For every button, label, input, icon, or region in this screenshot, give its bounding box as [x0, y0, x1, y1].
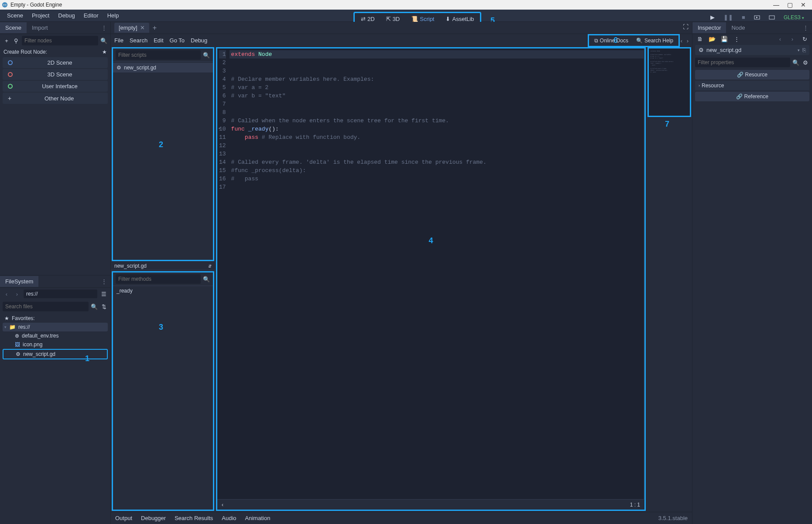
pause-button[interactable]: ❚❚: [723, 14, 733, 21]
fs-view-icon[interactable]: ☰: [100, 291, 108, 297]
script-icon: 📜: [411, 16, 418, 22]
method-item-ready[interactable]: _ready: [113, 286, 213, 296]
history-back-icon[interactable]: ‹: [776, 36, 784, 42]
btab-output[interactable]: Output: [115, 515, 132, 521]
fs-file-script[interactable]: ⚙new_script.gd: [3, 349, 108, 359]
renderer-dropdown[interactable]: GLES3 ▾: [784, 14, 804, 21]
chain-icon: 🔗: [737, 72, 743, 78]
annotation-3: 3: [159, 323, 163, 332]
create-3d-scene-button[interactable]: 3D Scene: [3, 69, 108, 80]
search-icon[interactable]: 🔍: [202, 276, 210, 283]
annotation-7: 7: [665, 120, 710, 129]
btab-search[interactable]: Search Results: [175, 515, 213, 521]
window-close-icon[interactable]: ✕: [801, 1, 806, 8]
btab-debugger[interactable]: Debugger: [141, 515, 166, 521]
filter-methods-input[interactable]: [116, 274, 201, 284]
expand-icon[interactable]: ⛶: [683, 24, 689, 30]
fs-forward-icon[interactable]: ›: [13, 291, 21, 297]
add-node-icon[interactable]: +: [3, 38, 10, 44]
create-other-node-button[interactable]: +Other Node: [3, 93, 108, 104]
script-menu-file[interactable]: File: [114, 36, 123, 45]
window-maximize-icon[interactable]: ▢: [787, 1, 793, 8]
fs-file-icon[interactable]: 🖼icon.png: [3, 340, 108, 349]
sort-icon[interactable]: ⇵: [208, 264, 212, 269]
scene-panel-tabs: Scene Import ⋮: [0, 22, 110, 34]
script-editor-menubar: File Search Edit Go To Debug 6 ⧉Online D…: [111, 34, 692, 46]
menu-project[interactable]: Project: [28, 10, 53, 21]
play-button[interactable]: ▶: [710, 14, 715, 21]
window-minimize-icon[interactable]: —: [773, 1, 779, 8]
search-icon[interactable]: 🔍: [100, 38, 108, 44]
filesystem-panel-menu-icon[interactable]: ⋮: [98, 278, 110, 285]
filter-options-icon[interactable]: ⚙: [802, 59, 809, 66]
filter-nodes-input[interactable]: [22, 36, 98, 45]
inspector-extra-icon[interactable]: ⋮: [733, 36, 740, 42]
filesystem-panel-tabs: FileSystem ⋮: [0, 276, 110, 288]
fs-favorites[interactable]: ★Favorites:: [3, 314, 108, 323]
code-minimap[interactable]: extends Node# Declare member variables# …: [648, 47, 691, 117]
search-icon[interactable]: 🔍: [202, 52, 210, 59]
create-ui-button[interactable]: User Interface: [3, 81, 108, 92]
tab-filesystem[interactable]: FileSystem: [0, 276, 38, 287]
filter-scripts-input[interactable]: [116, 50, 201, 60]
add-tab-icon[interactable]: +: [153, 24, 157, 32]
code-editor[interactable]: 1234567891011121314151617 extends Node# …: [216, 47, 646, 511]
fs-back-icon[interactable]: ‹: [3, 291, 10, 297]
annotation-2: 2: [159, 140, 163, 149]
fs-search-input[interactable]: [3, 302, 89, 311]
stop-button[interactable]: ■: [742, 14, 745, 21]
close-icon[interactable]: ✕: [140, 24, 145, 31]
menu-debug[interactable]: Debug: [55, 10, 78, 21]
online-docs-button[interactable]: ⧉Online Docs: [591, 36, 632, 45]
inspector-panel-tabs: Inspector Node ⋮: [692, 22, 812, 34]
fs-root-dir[interactable]: ▾📁res://: [3, 323, 108, 331]
scene-panel-menu-icon[interactable]: ⋮: [98, 24, 110, 31]
gear-icon: ⚙: [699, 47, 704, 53]
gear-icon: ⚙: [116, 65, 121, 71]
inspector-panel-menu-icon[interactable]: ⋮: [799, 24, 812, 31]
open-resource-icon[interactable]: 📂: [708, 36, 716, 42]
btab-audio[interactable]: Audio: [222, 515, 236, 521]
inspector-sect-resource[interactable]: ›Resource: [695, 81, 809, 90]
link-node-icon[interactable]: ⚲: [12, 38, 20, 44]
history-fwd-icon[interactable]: ›: [788, 36, 796, 42]
menu-scene[interactable]: Scene: [3, 10, 27, 21]
search-help-button[interactable]: 🔍Search Help: [633, 36, 677, 45]
nav-fwd-icon[interactable]: ›: [685, 38, 690, 44]
fs-split-icon[interactable]: ⇅: [100, 303, 108, 310]
btab-animation[interactable]: Animation: [245, 515, 271, 521]
script-menu-debug[interactable]: Debug: [191, 36, 207, 45]
tab-inspector[interactable]: Inspector: [692, 22, 726, 33]
copy-icon[interactable]: ⎘: [802, 47, 806, 53]
history-menu-icon[interactable]: ↻: [801, 36, 809, 42]
script-list-item[interactable]: ⚙new_script.gd: [113, 63, 213, 72]
2d-icon: ⇄: [361, 16, 366, 22]
code-status-row: ‹ 1 : 1: [217, 499, 644, 510]
search-icon[interactable]: 🔍: [90, 303, 98, 310]
panel-collapse-icon[interactable]: ‹: [222, 502, 223, 508]
save-resource-icon[interactable]: 💾: [720, 36, 728, 42]
nav-back-icon[interactable]: ‹: [679, 38, 684, 44]
play-scene-button[interactable]: [754, 14, 760, 21]
new-resource-icon[interactable]: 🗎: [696, 36, 704, 42]
filter-properties-input[interactable]: [695, 58, 790, 67]
tab-node[interactable]: Node: [726, 22, 750, 33]
play-custom-button[interactable]: [769, 14, 775, 21]
menu-help[interactable]: Help: [104, 10, 123, 21]
script-menu-edit[interactable]: Edit: [154, 36, 163, 45]
menu-editor[interactable]: Editor: [80, 10, 102, 21]
script-menu-search[interactable]: Search: [130, 36, 147, 45]
download-icon: ⬇: [445, 16, 450, 22]
tab-empty[interactable]: [empty]✕: [114, 23, 149, 33]
fs-path[interactable]: res://: [24, 290, 97, 298]
tab-import[interactable]: Import: [27, 22, 53, 33]
fs-file-env[interactable]: ⊕default_env.tres: [3, 331, 108, 340]
search-icon[interactable]: 🔍: [792, 59, 800, 66]
inspector-object-selector[interactable]: ⚙ new_script.gd ▾ ⎘: [695, 45, 809, 55]
script-menu-goto[interactable]: Go To: [170, 36, 185, 45]
cursor-position: 1 : 1: [630, 502, 640, 508]
create-2d-scene-button[interactable]: 2D Scene: [3, 57, 108, 68]
tab-scene[interactable]: Scene: [0, 22, 27, 33]
help-search-icon: 🔍: [636, 38, 643, 44]
favorite-icon[interactable]: ★: [102, 49, 107, 55]
